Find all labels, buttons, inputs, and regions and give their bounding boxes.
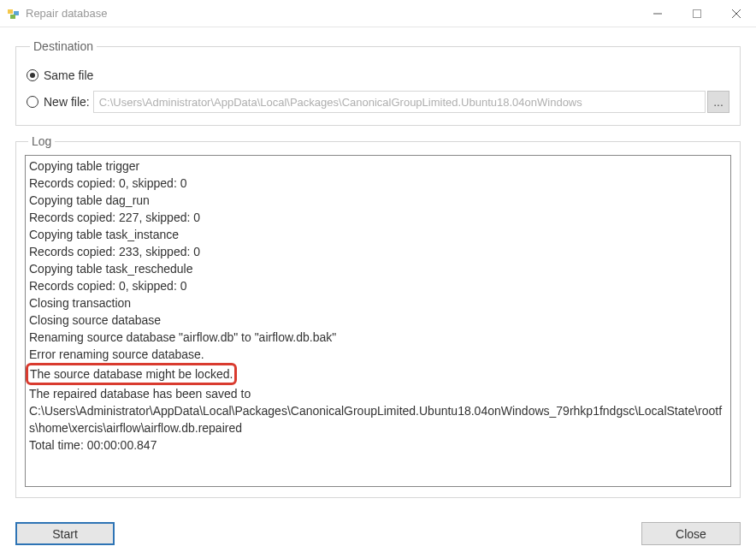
svg-rect-2 <box>10 15 15 19</box>
new-file-radio[interactable] <box>27 96 38 108</box>
same-file-label: Same file <box>44 68 93 82</box>
start-button[interactable]: Start <box>15 522 115 545</box>
log-output[interactable]: Copying table trigger Records copied: 0,… <box>25 155 731 487</box>
browse-button[interactable]: ... <box>707 91 729 113</box>
log-line: Records copied: 227, skipped: 0 <box>29 209 727 226</box>
log-line: Records copied: 233, skipped: 0 <box>29 243 727 260</box>
log-line: Records copied: 0, skipped: 0 <box>29 175 727 192</box>
log-line: Records copied: 0, skipped: 0 <box>29 277 727 294</box>
log-line: Closing source database <box>29 312 727 329</box>
svg-rect-0 <box>8 9 13 14</box>
maximize-button[interactable] <box>677 0 717 27</box>
log-legend: Log <box>28 134 55 148</box>
new-file-input[interactable] <box>93 91 706 113</box>
same-file-option[interactable]: Same file <box>27 68 729 82</box>
log-line: Copying table dag_run <box>29 192 727 209</box>
window-title: Repair database <box>26 7 638 20</box>
log-highlight: The source database might be locked. <box>26 363 237 385</box>
log-line: Renaming source database "airflow.db" to… <box>29 329 727 346</box>
log-line-highlighted: The source database might be locked. <box>30 367 233 381</box>
minimize-button[interactable] <box>638 0 677 27</box>
new-file-label: New file: <box>44 95 90 109</box>
log-line: The repaired database has been saved to … <box>29 385 727 436</box>
log-line: Error renaming source database. <box>29 346 727 363</box>
log-line: Total time: 00:00:00.847 <box>29 436 727 454</box>
titlebar: Repair database <box>0 0 756 27</box>
log-group: Log Copying table trigger Records copied… <box>15 134 741 498</box>
app-icon <box>7 7 21 21</box>
same-file-radio[interactable] <box>27 69 38 81</box>
log-line: Copying table trigger <box>29 157 727 175</box>
close-window-button[interactable] <box>717 0 756 27</box>
dialog-buttons: Start Close <box>0 517 756 545</box>
log-line: Closing transaction <box>29 294 727 312</box>
destination-legend: Destination <box>30 39 97 53</box>
log-line: Copying table task_reschedule <box>29 260 727 277</box>
close-button[interactable]: Close <box>641 522 741 545</box>
log-line: Copying table task_instance <box>29 226 727 243</box>
svg-rect-4 <box>694 9 701 17</box>
destination-group: Destination Same file New file: ... <box>15 39 741 126</box>
